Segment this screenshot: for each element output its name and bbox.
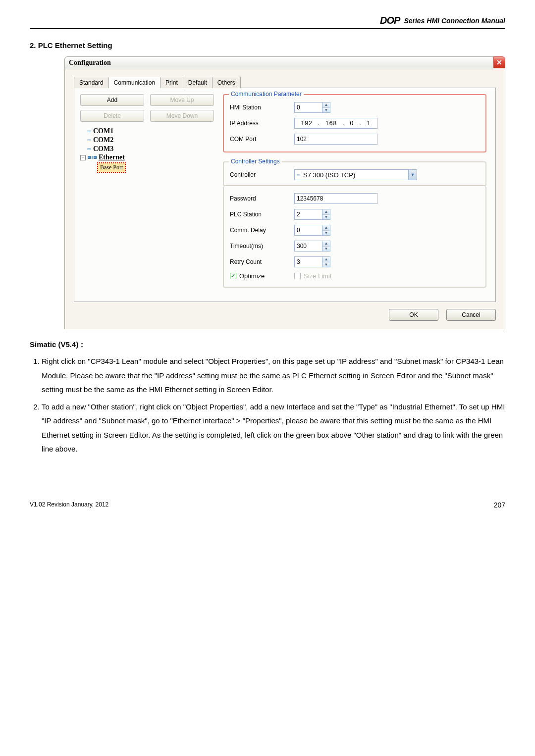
password-input[interactable]: 12345678 (294, 193, 377, 204)
serial-port-icon: ⎓ (87, 127, 91, 135)
comm-delay-value: 0 (294, 225, 322, 236)
hmi-station-input[interactable]: 0 ▲▼ (294, 102, 330, 113)
tree-item-label: Ethernet (99, 153, 125, 161)
spin-down-icon[interactable]: ▼ (322, 215, 330, 220)
ip-address-input[interactable]: 192. 168. 0. 1 (294, 118, 377, 129)
com-port-input[interactable]: 102 (294, 134, 377, 145)
controller-value: S7 300 (ISO TCP) (303, 171, 355, 179)
plc-station-input[interactable]: 2 ▲▼ (294, 209, 330, 220)
com-port-value: 102 (294, 134, 377, 145)
comm-delay-input[interactable]: 0 ▲▼ (294, 225, 330, 236)
spin-up-icon[interactable]: ▲ (322, 225, 330, 231)
size-limit-label: Size Limit (304, 272, 331, 280)
tree-base-port[interactable]: Base Port (97, 162, 126, 173)
password-value: 12345678 (294, 193, 377, 204)
spin-up-icon[interactable]: ▲ (322, 241, 330, 247)
controller-select[interactable]: ⎓ S7 300 (ISO TCP) ▼ (294, 169, 417, 180)
controller-detail-group: Password 12345678 PLC Station 2 ▲▼ C (223, 186, 486, 288)
plc-station-label: PLC Station (230, 211, 294, 218)
add-button[interactable]: Add (80, 94, 144, 106)
port-tree: ⎓ COM1 ⎓ COM2 ⎓ COM3 − (80, 127, 214, 173)
header-subtitle: Series HMI Connection Manual (404, 17, 505, 25)
retry-count-input[interactable]: 3 ▲▼ (294, 256, 330, 267)
tab-print[interactable]: Print (160, 77, 183, 88)
optimize-label: Optimize (239, 272, 265, 280)
tree-ethernet[interactable]: − Ethernet (80, 153, 214, 161)
spin-down-icon[interactable]: ▼ (322, 247, 330, 252)
controller-label: Controller (230, 171, 294, 178)
movedown-button[interactable]: Move Down (150, 110, 214, 122)
list-item: To add a new "Other station", right clic… (42, 400, 505, 456)
ip-octet: 0 (349, 120, 355, 127)
serial-port-icon: ⎓ (87, 136, 91, 144)
moveup-button[interactable]: Move Up (150, 94, 214, 106)
configuration-dialog: Configuration ✕ Standard Communication P… (64, 56, 505, 329)
tab-standard[interactable]: Standard (74, 77, 109, 88)
tree-item-label: COM2 (93, 136, 113, 144)
page-header: DOP Series HMI Connection Manual (30, 15, 505, 29)
spin-up-icon[interactable]: ▲ (322, 102, 330, 108)
page-number: 207 (494, 501, 505, 509)
group-legend: Controller Settings (229, 158, 282, 165)
serial-port-icon: ⎓ (297, 171, 300, 178)
tab-row: Standard Communication Print Default Oth… (74, 76, 496, 88)
chevron-down-icon[interactable]: ▼ (408, 170, 417, 180)
comm-delay-label: Comm. Delay (230, 227, 294, 234)
tree-com2[interactable]: ⎓ COM2 (87, 136, 214, 145)
hmi-station-label: HMI Station (230, 104, 294, 111)
com-port-label: COM Port (230, 136, 294, 143)
tree-com3[interactable]: ⎓ COM3 (87, 145, 214, 153)
simatic-heading: Simatic (V5.4)： (30, 340, 505, 350)
spin-down-icon[interactable]: ▼ (322, 231, 330, 236)
cancel-button[interactable]: Cancel (446, 309, 496, 321)
page-footer: V1.02 Revision January, 2012 207 (30, 501, 505, 509)
tree-item-label: COM3 (93, 145, 113, 153)
ok-button[interactable]: OK (389, 309, 438, 321)
retry-count-label: Retry Count (230, 258, 294, 265)
ip-octet: 168 (324, 120, 338, 127)
delete-button[interactable]: Delete (80, 110, 144, 122)
collapse-icon[interactable]: − (80, 155, 86, 160)
tree-item-label: COM1 (93, 127, 113, 135)
retry-count-value: 3 (294, 256, 322, 267)
spin-up-icon[interactable]: ▲ (322, 257, 330, 262)
optimize-checkbox[interactable]: ✓ (230, 273, 236, 279)
close-icon[interactable]: ✕ (493, 56, 505, 68)
ip-octet: 1 (366, 120, 372, 127)
size-limit-checkbox: ✓ (294, 273, 301, 279)
timeout-value: 300 (294, 241, 322, 252)
ip-address-label: IP Address (230, 120, 294, 127)
controller-settings-group: Controller Settings Controller ⎓ S7 300 … (223, 161, 486, 186)
list-item: Right click on "CP343-1 Lean" module and… (42, 354, 505, 397)
spin-down-icon[interactable]: ▼ (322, 108, 330, 113)
dialog-titlebar: Configuration (64, 56, 493, 69)
hmi-station-value: 0 (294, 102, 322, 113)
spin-up-icon[interactable]: ▲ (322, 209, 330, 215)
section-title: 2. PLC Ethernet Setting (30, 41, 505, 50)
logo: DOP (380, 15, 400, 26)
ethernet-icon (88, 156, 97, 159)
plc-station-value: 2 (294, 209, 322, 220)
password-label: Password (230, 195, 294, 202)
timeout-input[interactable]: 300 ▲▼ (294, 241, 330, 252)
tab-others[interactable]: Others (212, 77, 241, 88)
group-legend: Communication Parameter (229, 91, 304, 98)
instruction-list: Right click on "CP343-1 Lean" module and… (30, 354, 505, 456)
serial-port-icon: ⎓ (87, 145, 91, 153)
revision-text: V1.02 Revision January, 2012 (30, 501, 108, 509)
ip-octet: 192 (300, 120, 314, 127)
spin-down-icon[interactable]: ▼ (322, 262, 330, 267)
tab-communication-panel: Add Move Up Delete Move Down ⎓ COM1 ⎓ CO… (74, 88, 496, 302)
tab-communication[interactable]: Communication (108, 77, 160, 88)
tab-default[interactable]: Default (183, 77, 213, 88)
timeout-label: Timeout(ms) (230, 243, 294, 250)
communication-parameter-group: Communication Parameter HMI Station 0 ▲▼… (223, 94, 486, 152)
tree-com1[interactable]: ⎓ COM1 (87, 127, 214, 136)
